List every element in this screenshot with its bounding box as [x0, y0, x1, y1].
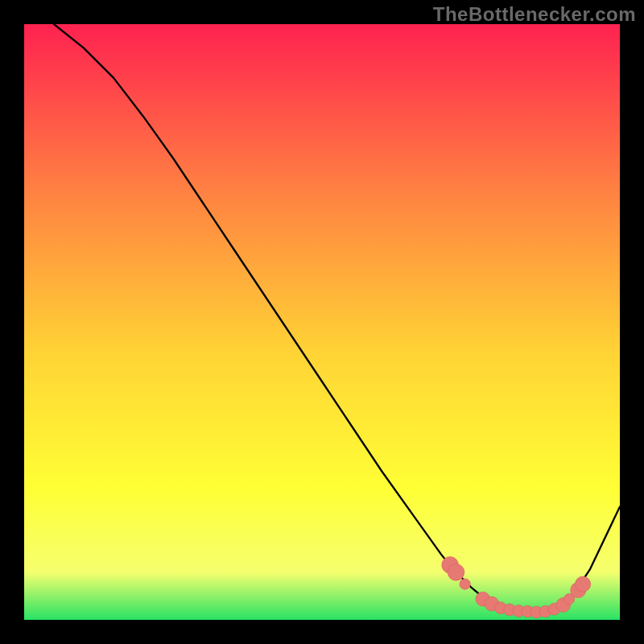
attribution-label: TheBottlenecker.com — [433, 3, 636, 26]
plot-area — [24, 24, 620, 620]
data-marker — [448, 564, 464, 580]
chart-svg — [24, 24, 620, 620]
data-marker — [576, 576, 591, 592]
data-marker — [460, 579, 470, 589]
plot-background — [24, 24, 620, 620]
chart-frame: TheBottlenecker.com — [0, 0, 644, 644]
